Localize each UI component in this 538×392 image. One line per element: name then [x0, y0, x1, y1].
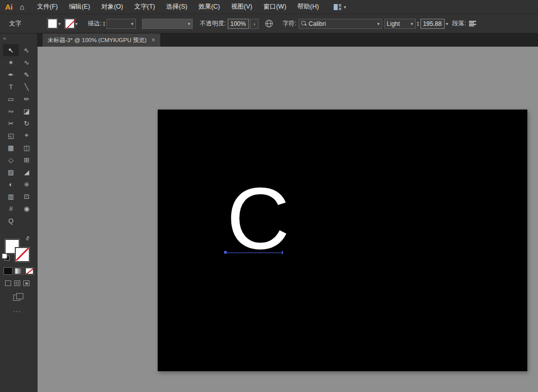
- magic-wand-tool[interactable]: ✶: [3, 56, 19, 68]
- font-size-input[interactable]: [420, 19, 445, 29]
- document-tab-title: 未标题-3* @ 100% (CMYK/GPU 预览): [48, 37, 147, 44]
- draw-inside-mode-button[interactable]: [23, 280, 29, 286]
- recolor-artwork-icon[interactable]: [265, 19, 273, 28]
- align-left-icon[interactable]: [469, 21, 476, 27]
- menu-window[interactable]: 窗口(W): [258, 3, 292, 11]
- paintbrush-tool[interactable]: ✏: [19, 93, 34, 105]
- canvas-area[interactable]: C: [38, 47, 538, 392]
- type-tool[interactable]: T: [3, 81, 19, 93]
- gradient-button[interactable]: [15, 268, 23, 274]
- fill-swatch[interactable]: [48, 19, 57, 28]
- menu-view[interactable]: 视图(V): [226, 3, 258, 11]
- perspective-grid-tool[interactable]: ◇: [3, 154, 19, 166]
- rotate-tool[interactable]: ↻: [19, 117, 34, 129]
- stroke-weight-dropdown[interactable]: ▾: [106, 19, 136, 29]
- tool-icon: ▦: [8, 144, 14, 152]
- context-label: 文字: [9, 19, 21, 28]
- stepper-down-icon[interactable]: ▾: [417, 24, 419, 26]
- chevron-down-icon[interactable]: ▾: [446, 21, 448, 26]
- text-object-letter[interactable]: C: [227, 174, 290, 262]
- close-icon[interactable]: ×: [152, 37, 155, 44]
- tool-icon: ∾: [8, 108, 14, 115]
- menubar: Ai ⌂ 文件(F)编辑(E)对象(O)文字(T)选择(S)效果(C)视图(V)…: [0, 0, 538, 14]
- opacity-options-chevron[interactable]: ›: [250, 19, 259, 29]
- tool-icon: ∿: [24, 59, 29, 66]
- screen-mode-button[interactable]: [13, 293, 22, 300]
- default-fill-stroke-icon[interactable]: [2, 254, 10, 260]
- slice-tool[interactable]: #: [3, 202, 19, 215]
- workspace-icon: [334, 4, 341, 10]
- tool-icon: ◉: [24, 205, 29, 212]
- rectangle-tool[interactable]: ▭: [3, 93, 19, 105]
- font-style-dropdown[interactable]: Light ▾: [384, 19, 416, 29]
- blend-tool[interactable]: ◐: [3, 178, 19, 190]
- mesh-tool[interactable]: ⊞: [19, 154, 34, 166]
- font-search-icon: [301, 21, 307, 26]
- text-baseline-end-tick: [282, 251, 283, 254]
- eyedropper-tool[interactable]: ◢: [19, 166, 34, 178]
- stroke-color-swatch[interactable]: [15, 247, 29, 262]
- workspace-switcher[interactable]: ▾: [334, 4, 346, 10]
- artboard-tool[interactable]: ⊡: [19, 190, 34, 202]
- none-button[interactable]: [25, 268, 33, 274]
- gradient-tool[interactable]: ▨: [3, 166, 19, 178]
- pen-tool[interactable]: ✒: [3, 68, 19, 81]
- tool-icon: ╲: [25, 83, 29, 91]
- scale-tool[interactable]: ◱: [3, 129, 19, 141]
- menu-select[interactable]: 选择(S): [161, 3, 193, 11]
- document-tab[interactable]: 未标题-3* @ 100% (CMYK/GPU 预览) ×: [43, 33, 160, 47]
- stroke-color-control[interactable]: ▾: [65, 19, 78, 28]
- chevron-down-icon: ▾: [344, 5, 346, 10]
- direct-selection-tool[interactable]: ⇖: [19, 44, 34, 56]
- home-icon[interactable]: ⌂: [18, 3, 31, 11]
- menu-object[interactable]: 对象(O): [96, 3, 129, 11]
- text-anchor-handle[interactable]: [224, 251, 227, 254]
- color-button[interactable]: [4, 268, 12, 274]
- hand-tool[interactable]: ◉: [19, 202, 34, 215]
- font-size-stepper[interactable]: ▴ ▾: [417, 21, 419, 26]
- zoom-tool[interactable]: Q: [3, 215, 19, 227]
- selection-tool[interactable]: ↖: [3, 44, 19, 56]
- width-tool[interactable]: ⌖: [19, 129, 34, 141]
- tool-icon: ⇖: [24, 47, 29, 54]
- tool-icon: #: [9, 205, 13, 212]
- collapse-panel-button[interactable]: «: [0, 33, 37, 41]
- tool-icon: ⌖: [25, 131, 28, 139]
- swap-fill-stroke-icon[interactable]: ⇄: [24, 235, 31, 242]
- tool-icon: ◇: [9, 156, 14, 164]
- tool-icon: ◢: [24, 168, 29, 176]
- symbol-sprayer-tool[interactable]: ※: [19, 178, 34, 190]
- lasso-tool[interactable]: ∿: [19, 56, 34, 68]
- menu-effect[interactable]: 效果(C): [193, 3, 225, 11]
- free-transform-tool[interactable]: ▦: [3, 141, 19, 154]
- draw-behind-mode-button[interactable]: [14, 280, 20, 286]
- menu-edit[interactable]: 编辑(E): [63, 3, 96, 11]
- menu-help[interactable]: 帮助(H): [292, 3, 325, 11]
- artboard[interactable]: C: [158, 110, 527, 371]
- menu-file[interactable]: 文件(F): [31, 3, 63, 11]
- fill-color-control[interactable]: ▾: [48, 19, 61, 28]
- color-type-row: [4, 268, 33, 274]
- font-family-combo[interactable]: Calibri ▾: [299, 19, 382, 29]
- stroke-swatch[interactable]: [65, 19, 75, 28]
- illustrator-logo[interactable]: Ai: [0, 3, 18, 11]
- scissors-tool[interactable]: ✂: [3, 117, 19, 129]
- column-graph-tool[interactable]: ▥: [3, 190, 19, 202]
- curvature-tool[interactable]: ✎: [19, 68, 34, 81]
- stepper-down-icon[interactable]: ▾: [103, 24, 105, 26]
- stroke-weight-stepper[interactable]: ▴ ▾: [103, 21, 105, 26]
- draw-normal-mode-button[interactable]: [5, 280, 11, 286]
- chevron-down-icon: ▾: [411, 21, 413, 26]
- document-tab-bar: 未标题-3* @ 100% (CMYK/GPU 预览) ×: [38, 33, 538, 47]
- eraser-tool[interactable]: ◪: [19, 105, 34, 117]
- opacity-input[interactable]: [228, 19, 249, 29]
- fill-stroke-cluster: ⇄: [0, 234, 38, 266]
- font-style-value: Light: [387, 20, 400, 27]
- line-segment-tool[interactable]: ╲: [19, 81, 34, 93]
- shaper-tool[interactable]: ∾: [3, 105, 19, 117]
- edit-toolbar-button[interactable]: ···: [13, 307, 21, 315]
- menu-type[interactable]: 文字(T): [129, 3, 161, 11]
- opacity-label: 不透明度:: [200, 19, 226, 28]
- shape-builder-tool[interactable]: ◫: [19, 141, 34, 154]
- none-slash-icon: [16, 247, 29, 261]
